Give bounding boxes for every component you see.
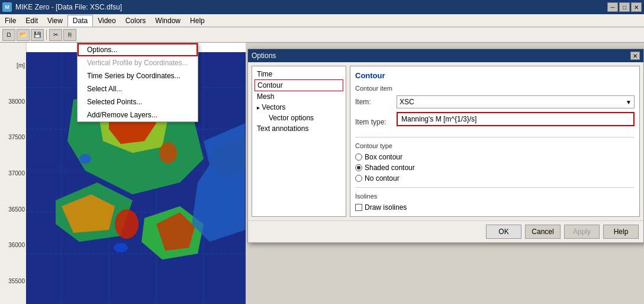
dialog-title: Options [252, 52, 276, 60]
tree-item-mesh[interactable]: Mesh [255, 91, 343, 102]
radio-box-contour-circle [355, 153, 362, 161]
draw-isolines-box [355, 204, 362, 211]
right-area: Options ✕ Time Contour Mesh ▸ Vectors Ve… [246, 43, 644, 304]
svg-point-19 [159, 142, 177, 164]
menu-vertical-profile[interactable]: Vertical Profile by Coordinates... [78, 56, 198, 69]
title-bar: M MIKE Zero - [Data File: XSC.dfsu] ─ □ … [0, 0, 644, 14]
tree-item-vectors[interactable]: ▸ Vectors [255, 102, 343, 113]
open-button[interactable]: 📂 [17, 29, 30, 41]
radio-no-contour[interactable]: No contour [355, 174, 635, 183]
tree-panel: Time Contour Mesh ▸ Vectors Vector optio… [252, 66, 346, 217]
cancel-button[interactable]: Cancel [525, 225, 561, 239]
menu-video[interactable]: Video [93, 15, 120, 26]
options-dialog: Options ✕ Time Contour Mesh ▸ Vectors Ve… [247, 49, 644, 243]
draw-isolines-checkbox[interactable]: Draw isolines [355, 203, 635, 212]
svg-point-18 [115, 209, 139, 239]
dialog-close-button[interactable]: ✕ [630, 52, 640, 60]
data-dropdown-menu: Options... Vertical Profile by Coordinat… [77, 43, 198, 122]
svg-point-21 [79, 154, 91, 164]
copy-button[interactable]: ⎘ [63, 29, 76, 41]
maximize-button[interactable]: □ [619, 2, 630, 12]
help-button[interactable]: Help [603, 225, 639, 239]
divider-2 [355, 187, 635, 188]
new-button[interactable]: 🗋 [2, 29, 15, 41]
tree-item-vector-options[interactable]: Vector options [255, 113, 343, 123]
item-select-arrow: ▼ [626, 99, 632, 105]
menu-view[interactable]: View [43, 15, 67, 26]
tree-item-time[interactable]: Time [255, 69, 343, 79]
content-panel: Contour Contour item Item: XSC ▼ Item ty… [350, 66, 640, 217]
toolbar: 🗋 📂 💾 ✂ ⎘ [0, 27, 644, 43]
menu-time-series[interactable]: Time Series by Coordinates... [78, 69, 198, 82]
menu-selected-points[interactable]: Selected Points... [78, 95, 198, 108]
menu-window[interactable]: Window [150, 15, 185, 26]
menu-options[interactable]: Options... [78, 43, 198, 56]
menu-file[interactable]: File [0, 15, 21, 26]
draw-isolines-label: Draw isolines [365, 203, 407, 212]
radio-group-contour: Box contour Shaded contour No contour [355, 153, 635, 183]
radio-box-contour-label: Box contour [365, 153, 402, 161]
dialog-footer: OK Cancel Apply Help [248, 220, 643, 242]
item-type-label: Item type: [355, 118, 397, 126]
item-label: Item: [355, 98, 397, 106]
radio-no-contour-circle [355, 175, 362, 182]
contour-type-section: Contour type [355, 142, 635, 149]
y-label-2: 37500 [8, 134, 25, 140]
tree-item-contour[interactable]: Contour [255, 79, 343, 91]
cut-button[interactable]: ✂ [49, 29, 62, 41]
radio-shaded-contour-circle [355, 164, 362, 171]
save-button[interactable]: 💾 [31, 29, 44, 41]
ok-button[interactable]: OK [486, 225, 521, 239]
main-area: [m] 38000 37500 37000 36500 36000 35500 [0, 43, 644, 304]
panel-title: Contour [355, 71, 635, 80]
radio-shaded-contour-label: Shaded contour [365, 164, 415, 172]
menu-data[interactable]: Data [67, 15, 93, 27]
item-select[interactable]: XSC ▼ [397, 95, 635, 108]
y-label-1: 38000 [8, 98, 25, 105]
toolbar-separator-1 [46, 30, 47, 40]
close-button[interactable]: ✕ [631, 2, 642, 12]
y-label-6: 35500 [8, 278, 25, 284]
menu-add-remove-layers[interactable]: Add/Remove Layers... [78, 108, 198, 121]
menu-edit[interactable]: Edit [21, 15, 43, 26]
y-label-5: 36000 [8, 242, 25, 248]
minimize-button[interactable]: ─ [607, 2, 618, 12]
item-type-value: Manning's M [m^{1/3}/s] [397, 112, 635, 126]
menu-colors[interactable]: Colors [121, 15, 151, 26]
dialog-body: Time Contour Mesh ▸ Vectors Vector optio… [248, 62, 643, 220]
isolines-section: Isolines [355, 193, 635, 200]
menu-help[interactable]: Help [185, 15, 210, 26]
tree-item-text-annotations[interactable]: Text annotations [255, 123, 343, 134]
title-bar-controls: ─ □ ✕ [607, 2, 642, 12]
y-label-4: 36500 [8, 206, 25, 213]
dialog-title-bar: Options ✕ [248, 49, 643, 62]
y-axis: [m] 38000 37500 37000 36500 36000 35500 [0, 43, 27, 304]
divider-1 [355, 137, 635, 137]
apply-button[interactable]: Apply [564, 225, 600, 239]
map-panel: [m] 38000 37500 37000 36500 36000 35500 [0, 43, 246, 304]
title-bar-title: MIKE Zero - [Data File: XSC.dfsu] [15, 3, 607, 11]
item-row: Item: XSC ▼ [355, 95, 635, 108]
y-label-3: 37000 [8, 170, 25, 177]
app-icon: M [2, 2, 12, 12]
item-type-row: Item type: Manning's M [m^{1/3}/s] [355, 112, 635, 132]
menu-select-all[interactable]: Select All... [78, 82, 198, 95]
menu-bar: File Edit View Data Video Colors Window … [0, 14, 644, 27]
svg-point-20 [114, 243, 128, 252]
item-select-value: XSC [400, 98, 414, 106]
radio-shaded-contour[interactable]: Shaded contour [355, 164, 635, 172]
contour-item-section: Contour item [355, 85, 635, 92]
radio-no-contour-label: No contour [365, 174, 400, 183]
radio-box-contour[interactable]: Box contour [355, 153, 635, 161]
y-label-unit: [m] [17, 62, 25, 69]
